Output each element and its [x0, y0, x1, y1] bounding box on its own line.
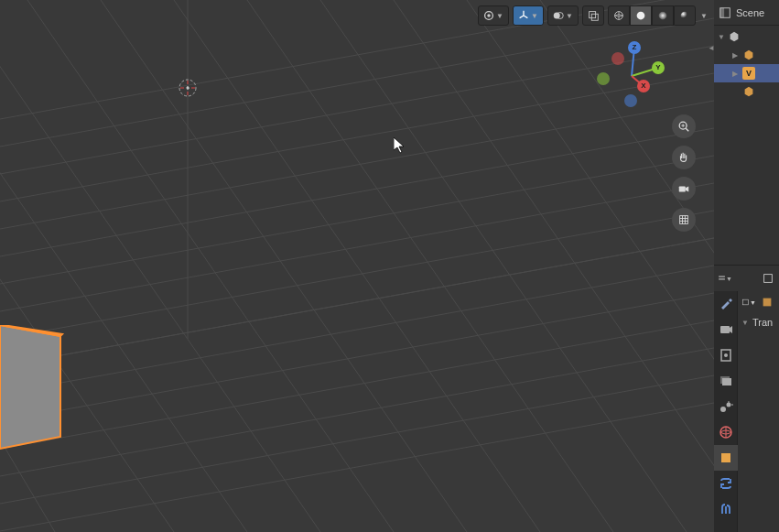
outliner-row[interactable]: ▼	[714, 27, 779, 46]
gizmo-axis-X[interactable]: X	[637, 80, 650, 92]
svg-line-1	[0, 211, 714, 339]
pin-icon[interactable]	[761, 271, 775, 286]
viewport-header: ▼ ▼ ▼ ▼	[478, 5, 709, 26]
svg-point-65	[724, 353, 728, 357]
xray-toggle[interactable]	[582, 5, 604, 26]
svg-rect-60	[719, 276, 725, 277]
svg-point-42	[637, 12, 645, 20]
object-icon	[760, 295, 774, 309]
properties-mode-icon[interactable]: ▼	[718, 271, 732, 286]
svg-rect-59	[720, 7, 724, 17]
outliner-panel: Scene ▼▶▶V	[714, 0, 779, 266]
outliner-title: Scene	[736, 7, 764, 18]
viewport-3d[interactable]: ▼ ▼ ▼ ▼ ZYX	[0, 0, 714, 532]
object-type-icon	[741, 84, 756, 99]
outliner-header: Scene	[714, 0, 779, 26]
svg-line-9	[0, 156, 714, 284]
tab-object[interactable]	[714, 445, 738, 471]
section-label: Tran	[752, 317, 773, 328]
properties-header: ▼	[714, 266, 779, 291]
properties-tabs	[714, 291, 738, 532]
tab-scene[interactable]	[714, 394, 738, 419]
tab-particles[interactable]	[714, 496, 738, 522]
svg-point-36	[487, 14, 491, 17]
tab-render[interactable]	[714, 317, 738, 342]
svg-line-49	[686, 128, 688, 131]
transform-section-header[interactable]: ▼ Tran	[741, 317, 775, 328]
tab-view-layer[interactable]	[714, 368, 738, 394]
outliner-mode-icon[interactable]	[718, 5, 732, 20]
gizmo-axis-Y[interactable]: Y	[652, 61, 665, 74]
gizmo-axis-neg[interactable]	[624, 94, 637, 107]
object-type-icon	[741, 48, 756, 62]
tab-modifiers[interactable]	[714, 471, 738, 496]
svg-marker-27	[0, 325, 60, 449]
pan-button[interactable]	[672, 146, 696, 169]
datablock-icon[interactable]: ▼	[741, 295, 756, 309]
shading-material[interactable]	[652, 5, 674, 26]
svg-rect-61	[719, 278, 725, 280]
shading-wireframe[interactable]	[608, 5, 630, 26]
disclosure-triangle-icon: ▼	[741, 319, 749, 327]
tab-tool[interactable]	[714, 291, 738, 317]
svg-line-17	[27, 0, 394, 532]
shading-options-dropdown[interactable]: ▼	[699, 12, 709, 20]
svg-line-6	[0, 375, 714, 504]
svg-line-10	[0, 128, 714, 256]
svg-point-68	[720, 407, 726, 412]
outliner-row[interactable]: ▶	[714, 46, 779, 64]
svg-rect-53	[680, 216, 688, 224]
shading-mode-group	[608, 5, 696, 26]
svg-line-2	[0, 266, 714, 394]
right-panel: Scene ▼▶▶V ▼ ▼ ▼ Tran	[714, 0, 779, 532]
svg-line-4	[0, 320, 714, 449]
nav-buttons	[672, 114, 696, 232]
gizmo-axis-neg[interactable]	[597, 72, 610, 85]
svg-line-18	[101, 0, 467, 532]
tab-world[interactable]	[714, 419, 738, 445]
camera-view-button[interactable]	[672, 177, 696, 201]
outliner-row[interactable]: ▶V	[714, 64, 779, 82]
gizmo-axis-Z[interactable]: Z	[628, 41, 641, 54]
properties-panel: ▼ ▼ ▼ Tran	[714, 266, 779, 532]
svg-rect-52	[679, 186, 686, 191]
gizmo-axis-neg[interactable]	[611, 52, 624, 65]
svg-line-8	[0, 183, 714, 311]
object-type-icon	[727, 29, 741, 44]
collapse-icon[interactable]: ▶	[732, 51, 738, 60]
visibility-dropdown[interactable]: ▼	[478, 5, 509, 26]
svg-line-19	[174, 0, 540, 532]
svg-point-30	[187, 87, 189, 90]
svg-point-43	[659, 12, 667, 20]
outliner-tree[interactable]: ▼▶▶V	[714, 26, 779, 103]
cube-object[interactable]	[0, 325, 82, 472]
collapse-icon[interactable]: ▼	[718, 33, 725, 41]
perspective-toggle-button[interactable]	[672, 208, 696, 232]
collapse-icon[interactable]: ▶	[732, 70, 738, 78]
svg-rect-71	[721, 453, 730, 462]
cursor-3d-icon	[178, 78, 198, 98]
svg-point-69	[727, 403, 731, 407]
svg-line-5	[0, 348, 714, 476]
gizmos-dropdown[interactable]: ▼	[513, 5, 544, 26]
object-type-icon: V	[741, 66, 756, 81]
panel-splitter-handle[interactable]	[708, 41, 714, 52]
navigation-gizmo[interactable]: ZYX	[595, 41, 668, 114]
svg-point-44	[681, 12, 689, 20]
tab-output[interactable]	[714, 342, 738, 368]
svg-rect-73	[763, 299, 772, 307]
svg-line-11	[0, 101, 714, 229]
shading-rendered[interactable]	[674, 5, 696, 26]
overlays-dropdown[interactable]: ▼	[547, 5, 579, 26]
svg-rect-62	[764, 275, 773, 283]
zoom-button[interactable]	[672, 114, 696, 138]
axis-y-line	[0, 238, 714, 366]
svg-rect-72	[743, 299, 749, 305]
shading-solid[interactable]	[630, 5, 652, 26]
svg-line-3	[0, 293, 714, 421]
svg-rect-40	[591, 14, 598, 20]
svg-rect-67	[722, 378, 731, 385]
outliner-row[interactable]	[714, 82, 779, 101]
svg-line-7	[0, 403, 714, 531]
svg-rect-63	[720, 326, 730, 333]
